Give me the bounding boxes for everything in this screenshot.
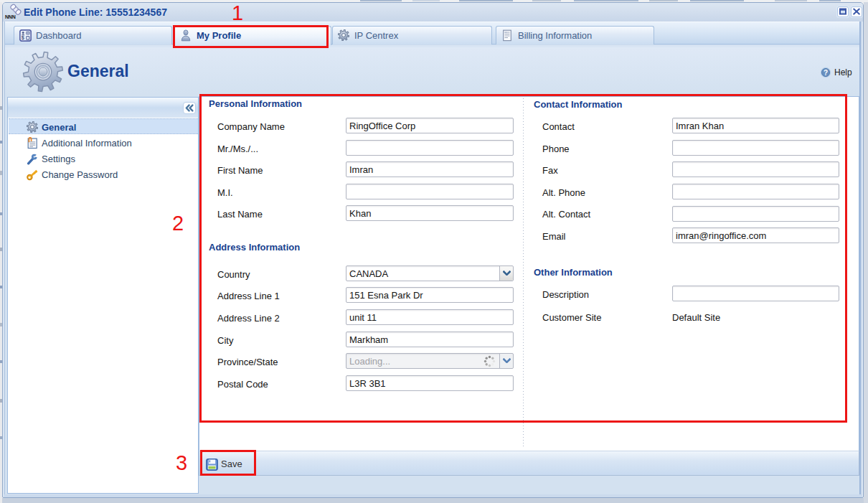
svg-text:?: ? bbox=[824, 69, 828, 77]
